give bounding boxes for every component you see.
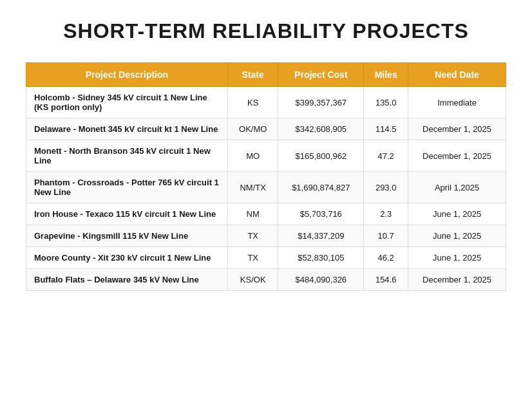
cell-state: TX (227, 225, 278, 247)
cell-need-date: December 1, 2025 (408, 269, 506, 291)
cell-need-date: June 1, 2025 (408, 225, 506, 247)
cell-need-date: December 1, 2025 (408, 140, 506, 172)
table-row: Monett - North Branson 345 kV circuit 1 … (26, 140, 506, 172)
header-state: State (227, 63, 278, 87)
cell-need-date: June 1, 2025 (408, 203, 506, 225)
header-cost: Project Cost (278, 63, 364, 87)
cell-description: Moore County - Xit 230 kV circuit 1 New … (26, 247, 228, 269)
cell-cost: $1,690,874,827 (278, 172, 364, 203)
cell-cost: $14,337,209 (278, 225, 364, 247)
cell-cost: $484,090,326 (278, 269, 364, 291)
cell-miles: 114.5 (364, 118, 408, 140)
cell-cost: $5,703,716 (278, 203, 364, 225)
cell-description: Iron House - Texaco 115 kV circuit 1 New… (26, 203, 228, 225)
projects-table: Project Description State Project Cost M… (26, 62, 506, 291)
page-title: SHORT-TERM RELIABILITY PROJECTS (63, 19, 469, 43)
cell-cost: $399,357,367 (278, 87, 364, 118)
cell-description: Buffalo Flats – Delaware 345 kV New Line (26, 269, 228, 291)
cell-cost: $342,608,905 (278, 118, 364, 140)
cell-miles: 47.2 (364, 140, 408, 172)
cell-need-date: Immediate (408, 87, 506, 118)
cell-description: Grapevine - Kingsmill 115 kV New Line (26, 225, 228, 247)
cell-cost: $165,800,962 (278, 140, 364, 172)
header-miles: Miles (364, 63, 408, 87)
header-need-date: Need Date (408, 63, 506, 87)
cell-cost: $52,830,105 (278, 247, 364, 269)
table-row: Buffalo Flats – Delaware 345 kV New Line… (26, 269, 506, 291)
cell-state: MO (227, 140, 278, 172)
cell-need-date: December 1, 2025 (408, 118, 506, 140)
cell-need-date: April 1,2025 (408, 172, 506, 203)
table-row: Phantom - Crossroads - Potter 765 kV cir… (26, 172, 506, 203)
cell-miles: 293.0 (364, 172, 408, 203)
cell-state: OK/MO (227, 118, 278, 140)
table-row: Grapevine - Kingsmill 115 kV New LineTX$… (26, 225, 506, 247)
cell-state: NM (227, 203, 278, 225)
cell-description: Monett - North Branson 345 kV circuit 1 … (26, 140, 228, 172)
cell-miles: 46.2 (364, 247, 408, 269)
cell-description: Holcomb - Sidney 345 kV circuit 1 New Li… (26, 87, 228, 118)
cell-description: Delaware - Monett 345 kV circuit kt 1 Ne… (26, 118, 228, 140)
cell-description: Phantom - Crossroads - Potter 765 kV cir… (26, 172, 228, 203)
cell-miles: 135.0 (364, 87, 408, 118)
cell-need-date: June 1, 2025 (408, 247, 506, 269)
cell-miles: 2.3 (364, 203, 408, 225)
cell-miles: 154.6 (364, 269, 408, 291)
table-row: Holcomb - Sidney 345 kV circuit 1 New Li… (26, 87, 506, 118)
header-description: Project Description (26, 63, 228, 87)
cell-state: KS/OK (227, 269, 278, 291)
cell-state: TX (227, 247, 278, 269)
table-row: Iron House - Texaco 115 kV circuit 1 New… (26, 203, 506, 225)
cell-state: NM/TX (227, 172, 278, 203)
table-row: Moore County - Xit 230 kV circuit 1 New … (26, 247, 506, 269)
table-header-row: Project Description State Project Cost M… (26, 63, 506, 87)
cell-miles: 10.7 (364, 225, 408, 247)
cell-state: KS (227, 87, 278, 118)
table-row: Delaware - Monett 345 kV circuit kt 1 Ne… (26, 118, 506, 140)
